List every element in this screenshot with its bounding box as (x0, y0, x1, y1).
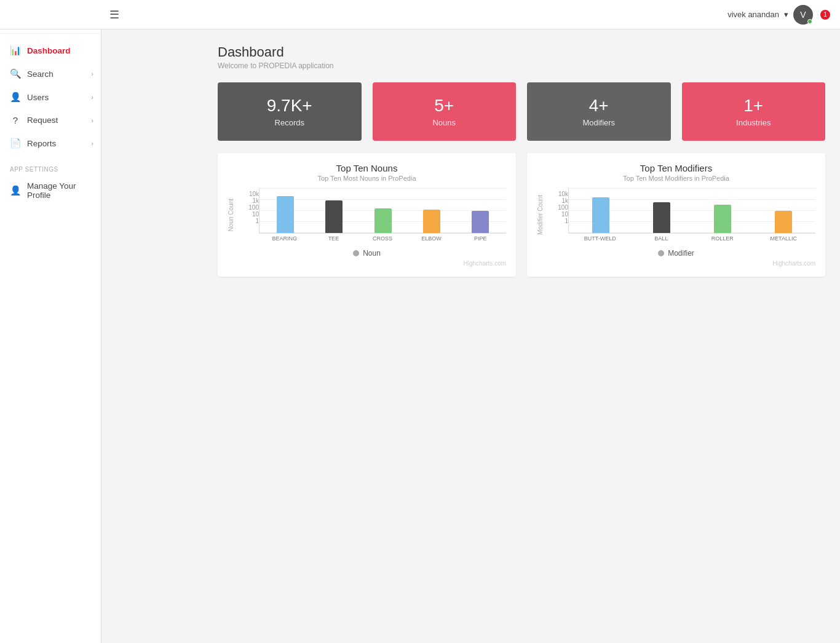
chevron-right-icon: › (91, 140, 93, 147)
modifiers-y-axis: 10k 1k 100 10 1 (546, 188, 568, 242)
bar (423, 210, 440, 233)
bar-group (574, 188, 627, 233)
legend-label: Noun (363, 249, 381, 258)
bar-group (696, 188, 750, 233)
bar (325, 200, 343, 233)
modifiers-chart-subtitle: Top Ten Most Modifiers in ProPedia (537, 175, 815, 182)
stat-card-industries: 1+ Industries (682, 82, 826, 141)
nouns-y-axis: 10k 1k 100 10 1 (237, 188, 259, 242)
modifiers-bars-area (568, 188, 815, 234)
bar-group (313, 188, 354, 233)
x-label: ELBOW (411, 234, 453, 242)
modifiers-chart-wrapper: Modifier Count 10k 1k 100 10 1 (537, 188, 815, 242)
stat-number: 4+ (537, 96, 661, 116)
modifiers-x-labels: BUTT-WELDBALLROLLERMETALLIC (568, 234, 815, 242)
nouns-x-labels: BEARINGTEECROSSELBOWPIPE (259, 234, 506, 242)
sidebar: PROPEDIA 📊 Dashboard 🔍 Search › 👤 Users … (0, 0, 101, 643)
bar-group (264, 188, 306, 233)
nouns-chart: Top Ten Nouns Top Ten Most Nouns in ProP… (218, 153, 516, 277)
dropdown-arrow[interactable]: ▾ (784, 10, 788, 19)
nouns-y-axis-label: Noun Count (228, 199, 234, 231)
search-icon: 🔍 (10, 68, 21, 79)
online-indicator (807, 19, 812, 24)
stat-label: Industries (692, 118, 816, 127)
modifiers-legend: Modifier (537, 249, 815, 258)
stat-number: 9.7K+ (228, 96, 352, 116)
profile-icon: 👤 (10, 185, 21, 196)
stat-card-nouns: 5+ Nouns (373, 82, 517, 141)
main-content: Dashboard Welcome to PROPEDIA applicatio… (203, 30, 840, 643)
nouns-bars-section: BEARINGTEECROSSELBOWPIPE (259, 188, 506, 242)
bar-group (411, 188, 452, 233)
bar (592, 197, 609, 233)
app-settings-label: APP SETTINGS (0, 160, 101, 175)
dashboard-icon: 📊 (10, 45, 21, 56)
topbar: ☰ vivek anandan ▾ V 1 (0, 0, 840, 30)
nouns-bars-area (259, 188, 506, 234)
sidebar-item-manage-profile[interactable]: 👤 Manage Your Profile (0, 175, 101, 206)
sidebar-item-label: Request (27, 116, 58, 125)
bar (277, 196, 294, 233)
sidebar-item-request[interactable]: ? Request › (0, 109, 101, 132)
x-label: ROLLER (695, 234, 750, 242)
highcharts-credit: Highcharts.com (537, 260, 815, 267)
bar-group (635, 188, 688, 233)
page-subtitle: Welcome to PROPEDIA application (218, 61, 825, 70)
nouns-chart-subtitle: Top Ten Most Nouns in ProPedia (228, 175, 506, 182)
bar (374, 208, 392, 233)
main-nav: 📊 Dashboard 🔍 Search › 👤 Users › ? Reque… (0, 34, 101, 160)
stats-row: 9.7K+ Records 5+ Nouns 4+ Modifiers 1+ I… (218, 82, 825, 141)
users-icon: 👤 (10, 92, 21, 103)
stat-number: 1+ (692, 96, 816, 116)
x-label: PIPE (459, 234, 501, 242)
highcharts-credit: Highcharts.com (228, 260, 506, 267)
modifiers-y-axis-label: Modifier Count (537, 195, 544, 235)
bar-group (362, 188, 403, 233)
x-label: METALLIC (757, 234, 811, 242)
user-area: vivek anandan ▾ V 1 (727, 5, 830, 25)
modifiers-bars-section: BUTT-WELDBALLROLLERMETALLIC (568, 188, 815, 242)
notification-badge[interactable]: 1 (820, 10, 830, 20)
bar-group (460, 188, 501, 233)
sidebar-item-reports[interactable]: 📄 Reports › (0, 132, 101, 155)
sidebar-item-label: Dashboard (27, 46, 71, 55)
bar (653, 202, 670, 233)
x-label: BEARING (264, 234, 306, 242)
x-label: CROSS (362, 234, 403, 242)
nouns-legend: Noun (228, 249, 506, 258)
hamburger-icon[interactable]: ☰ (109, 8, 119, 22)
sidebar-item-search[interactable]: 🔍 Search › (0, 62, 101, 85)
username: vivek anandan (727, 10, 779, 19)
stat-label: Nouns (382, 118, 507, 127)
avatar-initial: V (800, 10, 806, 20)
reports-icon: 📄 (10, 138, 21, 149)
sidebar-item-label: Users (27, 93, 49, 102)
modifiers-chart-title: Top Ten Modifiers (537, 163, 815, 173)
stat-card-records: 9.7K+ Records (218, 82, 362, 141)
x-label: BALL (635, 234, 689, 242)
sidebar-item-label: Manage Your Profile (27, 181, 91, 200)
request-icon: ? (10, 115, 21, 125)
stat-label: Records (228, 118, 352, 127)
sidebar-item-dashboard[interactable]: 📊 Dashboard (0, 39, 101, 62)
bar (714, 205, 731, 233)
nouns-chart-title: Top Ten Nouns (228, 163, 506, 173)
modifiers-chart: Top Ten Modifiers Top Ten Most Modifiers… (527, 153, 825, 277)
sidebar-item-label: Search (27, 69, 53, 79)
bar-group (757, 188, 810, 233)
legend-label: Modifier (668, 249, 694, 258)
charts-row: Top Ten Nouns Top Ten Most Nouns in ProP… (218, 153, 825, 277)
stat-card-modifiers: 4+ Modifiers (527, 82, 671, 141)
legend-dot (353, 250, 359, 256)
chevron-right-icon: › (91, 70, 93, 77)
nouns-chart-wrapper: Noun Count 10k 1k 100 10 1 (228, 188, 506, 242)
page-title: Dashboard (218, 44, 825, 60)
sidebar-item-label: Reports (27, 139, 56, 148)
chevron-right-icon: › (91, 93, 93, 101)
topbar-left: ☰ (105, 0, 119, 30)
avatar[interactable]: V (793, 5, 813, 25)
sidebar-item-users[interactable]: 👤 Users › (0, 85, 101, 109)
x-label: BUTT-WELD (573, 234, 627, 242)
stat-label: Modifiers (537, 118, 661, 127)
bar (472, 211, 489, 234)
